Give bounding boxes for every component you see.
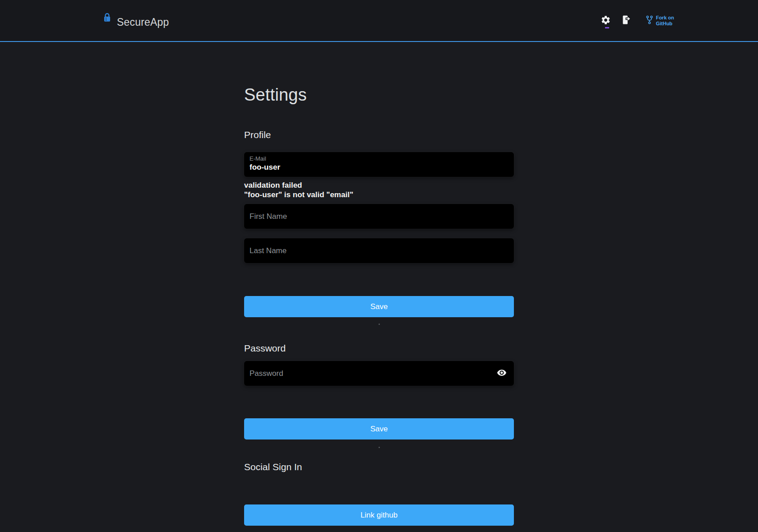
navbar: SecureApp [0,0,758,42]
settings-button[interactable] [599,13,613,28]
validation-line-1: validation failed [244,180,514,190]
profile-heading: Profile [244,129,514,141]
tiny-dot [379,324,380,325]
settings-page: Settings Profile E-Mail validation faile… [244,84,514,526]
password-field[interactable] [244,361,514,386]
email-label: E-Mail [250,155,508,162]
lock-icon [102,13,112,25]
fork-on-github-link[interactable]: Fork on GitHub [645,15,674,27]
fork-link-label: Fork on GitHub [656,15,674,26]
brand-name: SecureApp [117,15,169,29]
first-name-field[interactable] [244,204,514,229]
profile-save-button[interactable]: Save [244,296,514,317]
password-input[interactable] [244,361,514,386]
last-name-input[interactable] [244,238,514,263]
settings-active-indicator [605,27,609,28]
email-input[interactable] [250,162,508,173]
gear-icon [601,15,611,27]
logout-button[interactable] [619,13,633,28]
git-fork-icon [645,15,654,27]
first-name-input[interactable] [244,204,514,229]
email-field[interactable]: E-Mail [244,152,514,177]
tiny-dot [379,447,380,448]
navbar-actions: Fork on GitHub [599,13,674,28]
eye-icon [497,368,507,379]
page-title: Settings [244,84,514,105]
validation-line-2: "foo-user" is not valid "email" [244,190,514,199]
logout-door-icon [621,14,632,27]
link-github-button[interactable]: Link github [244,504,514,526]
password-save-button[interactable]: Save [244,418,514,439]
password-heading: Password [244,342,514,354]
brand[interactable]: SecureApp [102,13,169,29]
last-name-field[interactable] [244,238,514,263]
password-visibility-toggle[interactable] [496,368,508,379]
validation-message: validation failed "foo-user" is not vali… [244,180,514,199]
social-sign-in-heading: Social Sign In [244,461,514,473]
